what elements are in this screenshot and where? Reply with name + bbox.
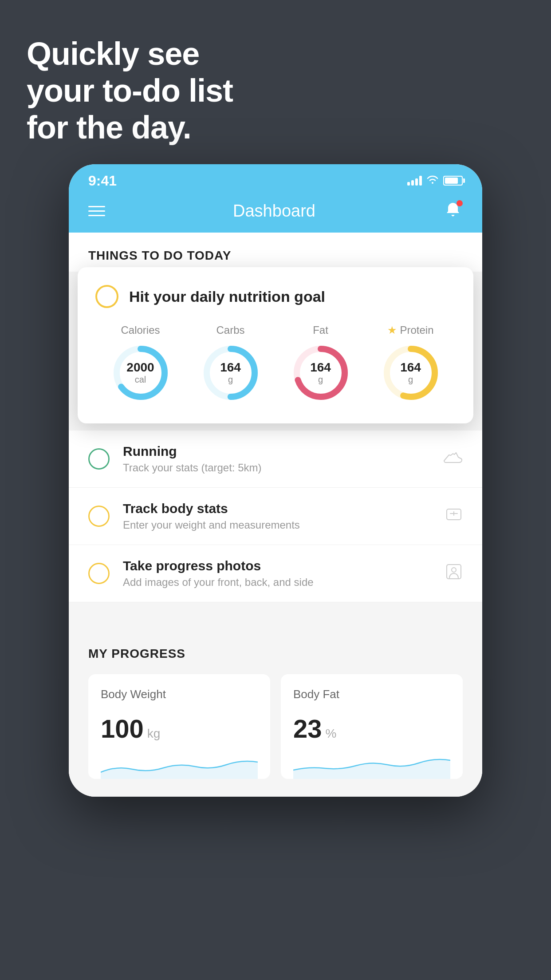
todo-title-running: Running [123,444,430,459]
wifi-icon [426,174,439,187]
progress-section: MY PROGRESS Body Weight 100 kg [69,624,482,797]
progress-title: MY PROGRESS [88,647,463,661]
hamburger-line [88,206,105,207]
nutrition-card[interactable]: Hit your daily nutrition goal Calories [78,267,473,423]
star-icon: ★ [387,324,397,336]
donut-fat: 164 g [290,342,352,404]
section-header-text: THINGS TO DO TODAY [88,249,231,262]
macro-label-carbs: Carbs [216,324,244,336]
todo-circle-running [88,448,110,470]
macro-label-fat: Fat [313,324,328,336]
progress-card-fat[interactable]: Body Fat 23 % [281,674,463,779]
progress-fat-unit: % [326,727,337,741]
donut-calories: 2000 cal [110,342,172,404]
background: Quickly see your to-do list for the day.… [0,0,551,980]
hamburger-line [88,210,105,212]
todo-title-progress-photos: Take progress photos [123,558,432,573]
signal-bars-icon [407,176,422,186]
todo-text-running: Running Track your stats (target: 5km) [123,444,430,474]
macro-fat: Fat 164 g [290,324,352,404]
headline: Quickly see your to-do list for the day. [27,36,233,146]
calories-value: 2000 [126,361,154,375]
progress-weight-unit: kg [147,727,161,741]
todo-title-body-stats: Track body stats [123,501,432,516]
progress-cards: Body Weight 100 kg [88,674,463,779]
scale-icon [445,506,463,527]
todo-list: Running Track your stats (target: 5km) T… [69,431,482,602]
status-time: 9:41 [88,173,117,189]
todo-item-running[interactable]: Running Track your stats (target: 5km) [69,431,482,488]
check-circle[interactable] [95,285,118,308]
header-title: Dashboard [233,202,315,221]
protein-value: 164 [400,361,421,375]
carbs-unit: g [220,375,241,385]
headline-line2: your to-do list [27,72,233,109]
todo-circle-progress-photos [88,563,110,584]
calories-unit: cal [126,375,154,385]
weight-chart [101,752,258,779]
fat-chart [293,752,450,779]
hamburger-menu[interactable] [88,206,105,216]
protein-unit: g [400,375,421,385]
section-header: THINGS TO DO TODAY [69,233,482,272]
macro-label-protein: ★ Protein [387,324,433,336]
fat-value: 164 [310,361,331,375]
progress-fat-value-row: 23 % [293,714,450,743]
shoe-icon [443,450,463,468]
macro-carbs: Carbs 164 g [200,324,262,404]
app-content: THINGS TO DO TODAY Hit your daily nutrit… [69,233,482,797]
app-header: Dashboard [69,193,482,233]
macros-row: Calories 2000 cal [95,324,456,404]
card-title: Hit your daily nutrition goal [129,288,325,305]
card-title-row: Hit your daily nutrition goal [95,285,456,308]
donut-carbs: 164 g [200,342,262,404]
carbs-value: 164 [220,361,241,375]
progress-card-weight[interactable]: Body Weight 100 kg [88,674,270,779]
headline-line3: for the day. [27,109,233,146]
todo-item-body-stats[interactable]: Track body stats Enter your weight and m… [69,488,482,545]
status-icons [407,174,463,187]
progress-fat-value: 23 [293,714,322,743]
battery-icon [443,176,463,186]
todo-subtitle-running: Track your stats (target: 5km) [123,462,430,474]
todo-text-progress-photos: Take progress photos Add images of your … [123,558,432,589]
notification-dot [457,200,463,206]
macro-label-calories: Calories [121,324,160,336]
phone-mockup: 9:41 [69,164,482,797]
todo-subtitle-body-stats: Enter your weight and measurements [123,519,432,531]
progress-card-fat-title: Body Fat [293,688,450,701]
headline-line1: Quickly see [27,36,233,72]
macro-calories: Calories 2000 cal [110,324,172,404]
hamburger-line [88,215,105,216]
person-icon [445,563,463,585]
svg-point-10 [452,568,456,572]
spacer [69,602,482,624]
progress-weight-value-row: 100 kg [101,714,258,743]
fat-unit: g [310,375,331,385]
donut-protein: 164 g [380,342,442,404]
todo-circle-body-stats [88,506,110,527]
notification-button[interactable] [443,200,463,221]
todo-subtitle-progress-photos: Add images of your front, back, and side [123,576,432,589]
progress-weight-value: 100 [101,714,144,743]
progress-card-weight-title: Body Weight [101,688,258,701]
status-bar: 9:41 [69,164,482,193]
todo-item-progress-photos[interactable]: Take progress photos Add images of your … [69,545,482,602]
todo-text-body-stats: Track body stats Enter your weight and m… [123,501,432,531]
macro-protein: ★ Protein 164 g [380,324,442,404]
